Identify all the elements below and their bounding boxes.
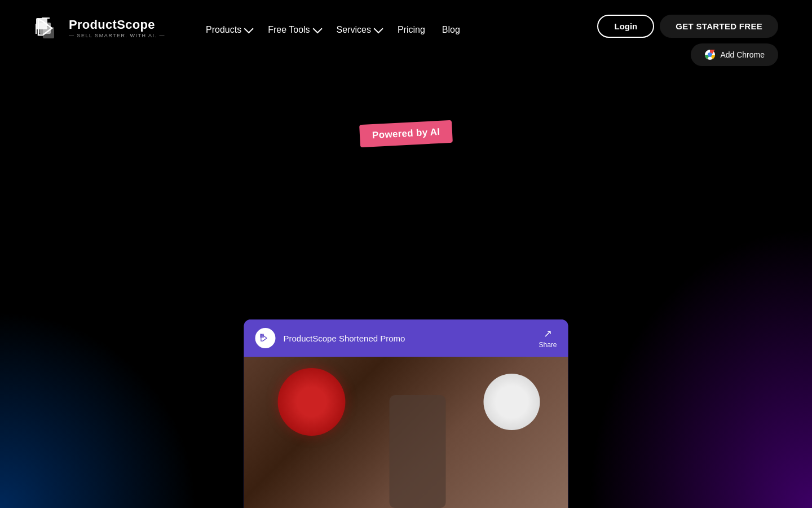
nav-actions-row1: Login GET STARTED FREE	[597, 15, 778, 38]
video-thumbnail[interactable]	[244, 357, 568, 508]
chrome-icon	[704, 49, 716, 60]
add-chrome-label: Add Chrome	[720, 50, 765, 59]
share-label: Share	[539, 341, 557, 349]
nav-pricing-label: Pricing	[398, 25, 425, 35]
video-header-left: ProductScope Shortened Promo	[255, 328, 405, 348]
add-chrome-button[interactable]: Add Chrome	[691, 43, 778, 66]
nav-free-tools-label: Free Tools	[268, 25, 310, 35]
get-started-button[interactable]: GET STARTED FREE	[660, 15, 778, 38]
flower-left	[278, 368, 346, 436]
services-chevron-icon	[374, 24, 383, 33]
video-share-button[interactable]: ↗ Share	[539, 327, 557, 349]
video-container: ProductScope Shortened Promo ↗ Share	[244, 319, 568, 508]
nav-item-services[interactable]: Services	[330, 21, 387, 38]
nav-blog-label: Blog	[442, 25, 460, 35]
free-tools-chevron-icon	[312, 24, 322, 33]
bg-glow-left	[0, 310, 197, 508]
channel-logo-icon	[259, 332, 272, 344]
video-section: ProductScope Shortened Promo ↗ Share	[244, 319, 568, 508]
powered-by-ai-badge: Powered by AI	[359, 120, 453, 148]
svg-rect-10	[260, 334, 264, 338]
navbar: ProductScope — SELL SMARTER. WITH AI. — …	[0, 0, 812, 66]
nav-item-pricing[interactable]: Pricing	[391, 21, 432, 38]
video-thumbnail-inner	[244, 357, 568, 508]
flower-right	[484, 374, 540, 430]
share-icon: ↗	[544, 327, 552, 340]
logo-icon	[34, 14, 63, 43]
main-content: Powered by AI	[0, 66, 812, 145]
nav-item-blog[interactable]: Blog	[435, 21, 467, 38]
video-header: ProductScope Shortened Promo ↗ Share	[244, 319, 568, 357]
logo-text: ProductScope — SELL SMARTER. WITH AI. —	[69, 18, 165, 38]
brand-name: ProductScope	[69, 18, 165, 32]
logo[interactable]: ProductScope — SELL SMARTER. WITH AI. —	[34, 14, 165, 43]
bg-glow-right	[586, 226, 812, 508]
login-button[interactable]: Login	[597, 15, 654, 38]
nav-item-free-tools[interactable]: Free Tools	[261, 21, 326, 38]
nav-services-label: Services	[337, 25, 371, 35]
person-silhouette	[389, 395, 445, 508]
nav-products-label: Products	[206, 25, 241, 35]
nav-links: Products Free Tools Services Pricing Blo…	[199, 10, 597, 38]
brand-tagline: — SELL SMARTER. WITH AI. —	[69, 33, 165, 38]
video-channel-icon	[255, 328, 276, 348]
svg-point-8	[708, 53, 712, 57]
nav-item-products[interactable]: Products	[199, 21, 258, 38]
nav-actions: Login GET STARTED FREE Add Chrome	[597, 10, 778, 66]
products-chevron-icon	[244, 24, 254, 33]
video-title: ProductScope Shortened Promo	[284, 334, 405, 343]
svg-rect-2	[43, 27, 54, 38]
